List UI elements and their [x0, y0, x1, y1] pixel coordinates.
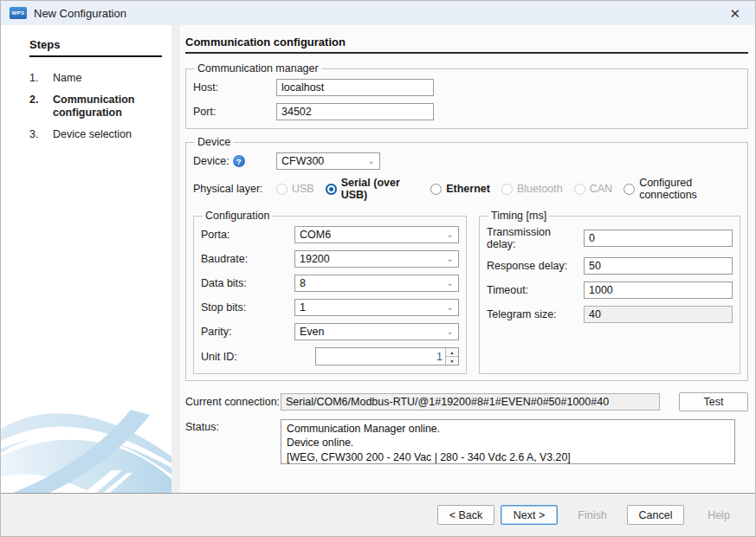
port-label: Port:: [193, 106, 276, 118]
timing-group: Timing [ms] Transmission delay: Response…: [479, 210, 740, 374]
spin-down-icon[interactable]: ▼: [446, 357, 458, 365]
transmission-delay-input[interactable]: [584, 230, 733, 247]
baudrate-select[interactable]: 19200 ⌄: [294, 250, 459, 268]
chevron-down-icon: ⌄: [447, 279, 454, 288]
wps-app-icon: WPS: [10, 7, 27, 19]
radio-selected-icon[interactable]: [326, 184, 337, 195]
step-number: 1.: [29, 72, 53, 86]
finish-button: Finish: [564, 505, 621, 525]
step-item-name[interactable]: 1. Name: [29, 72, 171, 86]
radio-usb: USB: [276, 183, 314, 195]
device-select[interactable]: CFW300 ⌄: [276, 152, 380, 170]
timing-legend: Timing [ms]: [488, 210, 549, 222]
device-legend: Device: [195, 136, 233, 148]
chevron-down-icon: ⌄: [447, 303, 454, 312]
step-number: 2.: [29, 94, 53, 120]
status-line: Device online.: [287, 436, 729, 450]
radio-configured-connections[interactable]: Configured connections: [624, 177, 740, 201]
radio-serial-over-usb[interactable]: Serial (over USB): [326, 177, 419, 201]
radio-circle-icon: [501, 184, 513, 195]
unit-id-input[interactable]: [316, 348, 445, 365]
configuration-group: Configuration Porta: COM6 ⌄ Baudrate: 19: [193, 210, 467, 374]
next-button[interactable]: Next >: [501, 505, 558, 525]
chevron-down-icon: ⌄: [447, 255, 454, 263]
decorative-swoosh-graphic: [1, 391, 171, 493]
transmission-delay-label: Transmission delay:: [487, 226, 578, 250]
response-delay-label: Response delay:: [487, 260, 578, 272]
close-icon[interactable]: ✕: [723, 7, 746, 20]
stop-bits-label: Stop bits:: [201, 301, 294, 314]
steps-heading: Steps: [29, 38, 162, 57]
communication-manager-group: Communication manager Host: Port:: [185, 62, 748, 129]
data-bits-value: 8: [300, 277, 306, 289]
data-bits-label: Data bits:: [201, 277, 294, 289]
host-input[interactable]: [276, 79, 434, 96]
device-select-value: CFW300: [281, 155, 324, 167]
physical-layer-label: Physical layer:: [193, 183, 276, 195]
chevron-down-icon: ⌄: [447, 327, 454, 336]
radio-circle-icon[interactable]: [624, 184, 635, 195]
steps-list: 1. Name 2. Communication configuration 3…: [29, 72, 171, 142]
main-panel: Communication configuration Communicatio…: [180, 25, 755, 493]
unit-id-label: Unit ID:: [201, 351, 294, 363]
communication-manager-legend: Communication manager: [195, 62, 321, 74]
radio-bluetooth: Bluetooth: [501, 183, 563, 195]
status-row: Status: Communication Manager online. De…: [185, 419, 748, 464]
step-item-device-selection[interactable]: 3. Device selection: [29, 128, 171, 142]
current-connection-label: Current connection:: [185, 396, 281, 408]
response-delay-input[interactable]: [584, 257, 733, 275]
device-label: Device:: [193, 155, 229, 167]
telegram-size-field: [584, 306, 733, 323]
sidebar-main-divider: [171, 25, 180, 493]
step-label: Name: [53, 72, 152, 86]
dialog-body: Steps 1. Name 2. Communication configura…: [1, 25, 755, 493]
timeout-label: Timeout:: [487, 284, 578, 296]
device-group: Device Device: ? CFW300 ⌄ Physical layer…: [185, 136, 748, 381]
step-label: Communication configuration: [53, 94, 152, 120]
parity-value: Even: [300, 326, 325, 338]
radio-can: CAN: [574, 183, 612, 195]
new-configuration-dialog: WPS New Configuration ✕ Steps 1. Name 2.…: [0, 0, 756, 537]
status-box: Communication Manager online. Device onl…: [281, 419, 735, 464]
radio-label: Serial (over USB): [341, 177, 419, 201]
data-bits-select[interactable]: 8 ⌄: [294, 275, 459, 292]
current-connection-field: [281, 393, 660, 411]
step-number: 3.: [29, 128, 53, 142]
radio-label: Ethernet: [446, 183, 490, 195]
porta-select[interactable]: COM6 ⌄: [294, 226, 459, 243]
port-input[interactable]: [276, 103, 434, 120]
step-item-communication-configuration[interactable]: 2. Communication configuration: [29, 94, 171, 120]
chevron-down-icon: ⌄: [368, 157, 375, 165]
window-title: New Configuration: [34, 7, 126, 20]
physical-layer-row: Physical layer: USB Serial (over USB) Et…: [193, 177, 740, 201]
stop-bits-select[interactable]: 1 ⌄: [294, 299, 459, 316]
status-line: Communication Manager online.: [287, 422, 729, 436]
test-button[interactable]: Test: [679, 392, 748, 411]
radio-circle-icon[interactable]: [430, 184, 442, 195]
help-button: Help: [690, 505, 747, 525]
host-label: Host:: [193, 81, 276, 94]
parity-label: Parity:: [201, 326, 294, 338]
parity-select[interactable]: Even ⌄: [294, 323, 459, 340]
spin-up-icon[interactable]: ▲: [446, 348, 458, 357]
page-title: Communication configuration: [185, 36, 748, 54]
timeout-input[interactable]: [584, 281, 733, 299]
wizard-button-bar: < Back Next > Finish Cancel Help: [1, 493, 755, 536]
unit-id-stepper[interactable]: ▲ ▼: [315, 347, 459, 366]
stop-bits-value: 1: [300, 301, 306, 314]
radio-label: Configured connections: [639, 177, 740, 201]
telegram-size-label: Telegram size:: [487, 308, 578, 320]
help-icon[interactable]: ?: [233, 155, 245, 167]
cancel-button[interactable]: Cancel: [627, 505, 684, 525]
status-line: [WEG, CFW300 200 - 240 Vac | 280 - 340 V…: [287, 450, 729, 464]
step-label: Device selection: [53, 128, 152, 142]
chevron-down-icon: ⌄: [447, 230, 454, 239]
steps-panel: Steps 1. Name 2. Communication configura…: [1, 25, 171, 493]
back-button[interactable]: < Back: [437, 505, 494, 525]
porta-value: COM6: [300, 229, 331, 241]
window-titlebar: WPS New Configuration ✕: [1, 1, 755, 25]
baudrate-label: Baudrate:: [201, 253, 294, 265]
radio-label: Bluetooth: [517, 183, 563, 195]
radio-ethernet[interactable]: Ethernet: [430, 183, 490, 195]
radio-circle-icon: [574, 184, 585, 195]
